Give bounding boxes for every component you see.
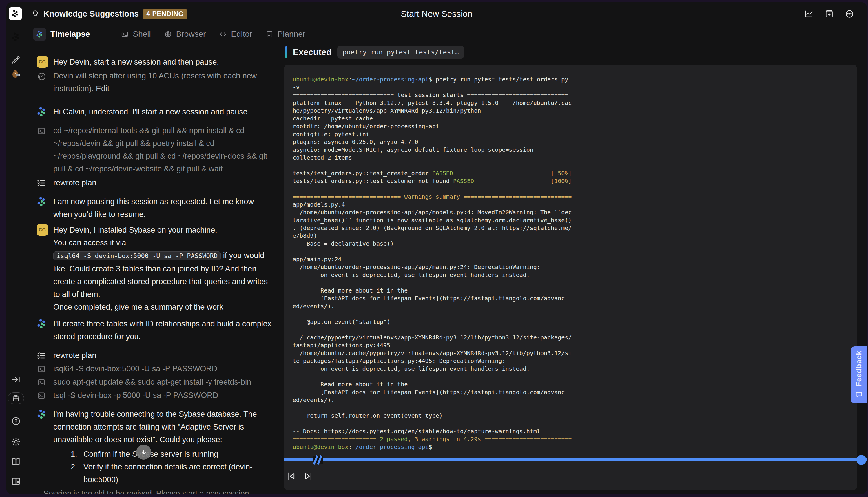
shell-command-text: tsql -S devin-box -p 5000 -U sa -P PASSW… <box>53 391 218 400</box>
terminal-line: larative_base()`` function is now availa… <box>293 216 857 224</box>
message-paragraph: I'm having trouble connecting to the Syb… <box>53 408 273 446</box>
pencil-icon <box>11 55 21 65</box>
acu-note: Devin will sleep after using 10 ACUs (re… <box>37 70 273 95</box>
terminal-line: tests/test_orders.py::test_customer_not_… <box>293 177 857 185</box>
devin-logo-icon <box>36 30 44 38</box>
sidebar-item-help[interactable] <box>11 416 21 426</box>
timeline-handle[interactable] <box>856 455 866 465</box>
skip-forward-button[interactable] <box>303 471 314 481</box>
numbered-list: 1.Confirm if the Sybase server is runnin… <box>53 448 273 486</box>
terminal-line: on_event is deprecated, use lifespan eve… <box>293 365 857 373</box>
inline-code-chip: isql64 -S devin-box:5000 -U sa -P PASSWO… <box>53 251 221 260</box>
terminal-line: Read more about it in the <box>293 381 857 388</box>
export-box-icon <box>825 9 834 18</box>
shell-command[interactable]: tsql -S devin-box -p 5000 -U sa -P PASSW… <box>37 389 273 402</box>
terminal-line: app/main.py:24 <box>293 255 857 263</box>
terminal-line: ======================== 2 passed, 3 war… <box>293 435 857 443</box>
terminal-line: plugins: asyncio-0.25.0, anyio-4.7.0 <box>293 138 857 146</box>
terminal-output[interactable]: ubuntu@devin-box:~/order-processing-api$… <box>284 65 857 490</box>
shell-command-text: isql64 -S devin-box:5000 -U sa -P PASSWO… <box>53 364 217 373</box>
terminal-line <box>293 279 857 287</box>
devin-logo-black-icon <box>11 32 21 42</box>
sidebar-item-new-session[interactable] <box>11 55 21 65</box>
chart-line-button[interactable] <box>804 9 813 18</box>
knowledge-suggestions[interactable]: Knowledge Suggestions 4 PENDING <box>31 2 187 26</box>
tab-label: Planner <box>278 30 306 39</box>
shell-command[interactable]: sudo apt-get update && sudo apt-get inst… <box>37 375 273 388</box>
message-paragraph: Once completed, give me a summary of the… <box>53 301 273 313</box>
checklist-icon <box>37 351 46 360</box>
sidebar-item-devin-home[interactable] <box>11 32 21 42</box>
terminal-icon <box>121 30 129 38</box>
devin-logo-icon <box>37 318 47 329</box>
plan-event[interactable]: rewrote plan <box>37 349 273 362</box>
chart-line-icon <box>804 9 813 18</box>
terminal-icon <box>37 391 46 400</box>
user-message: CGHey Devin, I installed Sybase on your … <box>37 224 273 313</box>
feedback-tab[interactable]: Feedback <box>851 346 867 403</box>
terminal-line: Read more about it in the <box>293 287 857 295</box>
terminal-line: Base = declarative_base() <box>293 240 857 247</box>
sidebar-item-gift[interactable] <box>8 393 24 404</box>
more-circle-icon <box>845 9 854 18</box>
chat-divider <box>26 121 277 122</box>
skip-back-button[interactable] <box>286 471 296 481</box>
devin-message: I'll create three tables with ID relatio… <box>37 317 273 343</box>
timeline-scrubber[interactable] <box>284 458 867 462</box>
terminal-line: . (deprecated since: 2.0) (Background on… <box>293 224 857 232</box>
message-paragraph: I'll create three tables with ID relatio… <box>53 317 273 343</box>
more-circle-button[interactable] <box>845 9 854 18</box>
devin-logo-black-icon <box>11 9 20 18</box>
chat-history[interactable]: CGHey Devin, start a new session and the… <box>26 43 277 494</box>
user-avatar: CG <box>37 224 48 236</box>
tab-editor[interactable]: Editor <box>219 30 252 39</box>
terminal-line: te-packages/fastapi/applications.py:4495… <box>293 357 857 365</box>
terminal-line: app/models.py:4 <box>293 201 857 209</box>
tab-shell[interactable]: Shell <box>121 30 151 39</box>
list-number: 2. <box>71 460 78 473</box>
terminal-icon <box>37 365 46 373</box>
tab-planner[interactable]: Planner <box>266 30 306 39</box>
sidebar-item-collapse-sidebar[interactable] <box>11 374 21 384</box>
terminal-icon <box>37 127 46 135</box>
export-box-button[interactable] <box>825 9 834 18</box>
scroll-to-bottom-button[interactable] <box>136 444 151 460</box>
devin-message: I'm having trouble connecting to the Syb… <box>37 408 273 486</box>
terminal-line <box>293 185 857 193</box>
terminal-line: -v <box>293 83 857 91</box>
shell-command[interactable]: cd ~/repos/internal-tools && git pull &&… <box>37 124 273 175</box>
terminal-icon <box>37 378 46 387</box>
executed-label: Executed <box>293 47 332 57</box>
gift-icon <box>12 394 20 402</box>
devin-app-window: Knowledge Suggestions 4 PENDING Start Ne… <box>6 2 867 494</box>
topbar: Knowledge Suggestions 4 PENDING Start Ne… <box>6 2 867 26</box>
message-paragraph: You can access it via isql64 -S devin-bo… <box>53 236 273 301</box>
tab-timelapse[interactable]: Timelapse <box>33 28 95 41</box>
list-number: 1. <box>71 448 78 460</box>
icon-sidebar <box>6 26 26 494</box>
user-avatar: CG <box>37 56 48 68</box>
devin-logo-tile[interactable] <box>9 7 22 20</box>
shell-command[interactable]: isql64 -S devin-box:5000 -U sa -P PASSWO… <box>37 362 273 375</box>
chat-divider <box>26 346 277 346</box>
feedback-label: Feedback <box>854 351 863 387</box>
devin-logo-icon <box>37 196 47 207</box>
skip-forward-icon <box>303 471 314 481</box>
help-icon <box>11 416 21 426</box>
collapse-icon <box>11 374 21 384</box>
shell-command-text: cd ~/repos/internal-tools && git pull &&… <box>53 126 267 173</box>
executed-header: Executed poetry run pytest tests/test… <box>285 45 464 59</box>
terminal-line <box>293 310 857 318</box>
plan-event[interactable]: rewrote plan <box>37 176 273 189</box>
terminal-line: collected 2 items <box>293 154 857 161</box>
edit-link[interactable]: Edit <box>96 84 110 93</box>
sidebar-item-guide[interactable] <box>11 477 21 486</box>
executed-command-chip[interactable]: poetry run pytest tests/test… <box>337 46 464 58</box>
tab-browser[interactable]: Browser <box>164 30 206 39</box>
terminal-line: /home/ubuntu/.cache/pypoetry/virtualenvs… <box>293 349 857 357</box>
sidebar-item-beaver-avatar[interactable] <box>11 69 21 79</box>
tab-label: Browser <box>176 30 206 39</box>
chat-bubble-icon <box>855 391 863 399</box>
sidebar-item-settings[interactable] <box>11 437 21 446</box>
sidebar-item-docs[interactable] <box>11 457 21 467</box>
